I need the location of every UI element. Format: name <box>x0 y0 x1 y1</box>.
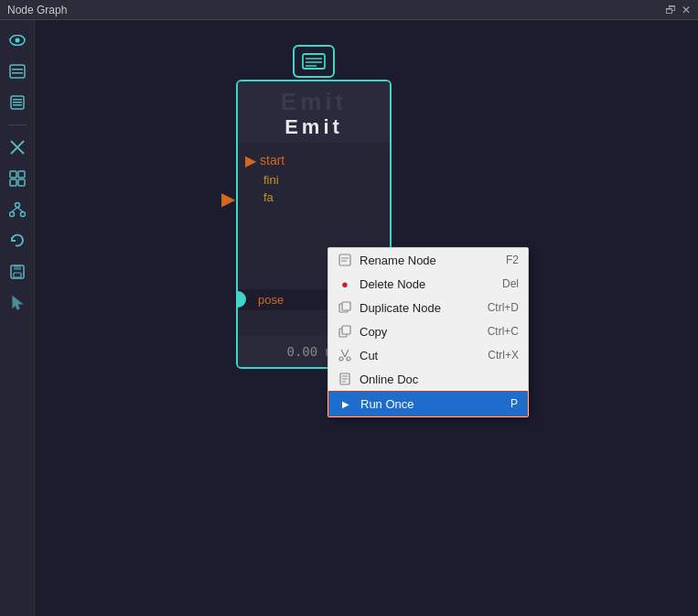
menu-item-copy-left: Copy <box>338 324 387 339</box>
run-label: Run Once <box>360 397 414 411</box>
svg-rect-6 <box>13 99 22 101</box>
svg-point-35 <box>347 357 350 361</box>
copy-label: Copy <box>360 325 387 339</box>
context-menu-cut[interactable]: Cut Ctrl+X <box>328 343 528 367</box>
port-start-row: ▶ start <box>245 152 382 169</box>
menu-item-doc-left: Online Doc <box>338 372 418 386</box>
duplicate-shortcut: Ctrl+D <box>488 301 519 314</box>
doc-label: Online Doc <box>360 373 418 386</box>
rename-label: Rename Node <box>360 254 436 267</box>
sidebar-icon-share[interactable] <box>6 199 28 221</box>
context-menu: Rename Node F2 ● Delete Node Del Duplica… <box>328 247 529 417</box>
duplicate-label: Duplicate Node <box>360 301 441 315</box>
svg-rect-8 <box>13 104 22 106</box>
sidebar-icon-layers[interactable] <box>6 60 28 82</box>
svg-line-37 <box>345 350 349 357</box>
context-menu-run-once[interactable]: ▶ Run Once P <box>328 391 528 416</box>
svg-rect-12 <box>18 171 25 178</box>
port-fa-row: fa <box>245 190 382 204</box>
context-menu-delete[interactable]: ● Delete Node Del <box>328 272 528 296</box>
node-title-section: Emit Emit <box>238 81 390 143</box>
sidebar-icon-eye[interactable] <box>6 29 28 51</box>
svg-point-15 <box>15 203 19 208</box>
svg-rect-4 <box>12 72 23 74</box>
window-controls: 🗗 ✕ <box>665 4 691 16</box>
pose-circle-left <box>236 291 246 308</box>
delete-shortcut: Del <box>502 277 519 290</box>
svg-rect-11 <box>10 171 16 178</box>
sidebar-divider <box>8 124 27 125</box>
delete-label: Delete Node <box>360 277 425 291</box>
duplicate-icon <box>338 300 352 315</box>
connector-arrow: ▶ <box>221 188 235 210</box>
port-start-label: start <box>260 153 285 168</box>
port-fa-label: fa <box>263 190 274 204</box>
svg-line-18 <box>12 208 17 212</box>
menu-item-cut-left: Cut <box>338 348 378 362</box>
svg-point-16 <box>9 212 14 217</box>
context-menu-copy[interactable]: Copy Ctrl+C <box>328 319 528 343</box>
sidebar-icon-cursor[interactable] <box>6 292 28 314</box>
svg-rect-31 <box>342 302 350 310</box>
cut-icon <box>338 348 352 362</box>
svg-rect-33 <box>342 326 350 334</box>
svg-rect-13 <box>10 179 16 186</box>
sidebar <box>0 20 35 616</box>
title-bar: Node Graph 🗗 ✕ <box>0 0 698 20</box>
svg-point-34 <box>339 357 343 361</box>
svg-rect-3 <box>12 69 23 70</box>
restore-button[interactable]: 🗗 <box>665 4 676 16</box>
context-menu-duplicate[interactable]: Duplicate Node Ctrl+D <box>328 296 528 319</box>
copy-shortcut: Ctrl+C <box>488 325 519 338</box>
svg-rect-21 <box>14 265 21 270</box>
close-button[interactable]: ✕ <box>682 4 691 16</box>
menu-item-rename-left: Rename Node <box>338 253 436 267</box>
svg-rect-14 <box>18 179 25 186</box>
port-fini-label: fini <box>263 173 279 187</box>
sidebar-icon-hierarchy[interactable] <box>6 92 28 113</box>
rename-shortcut: F2 <box>506 254 519 266</box>
context-menu-doc[interactable]: Online Doc <box>328 367 528 391</box>
svg-line-19 <box>17 208 23 212</box>
svg-point-17 <box>20 212 25 217</box>
sidebar-icon-refresh[interactable] <box>6 230 28 252</box>
doc-icon <box>338 372 352 386</box>
sidebar-icon-nodes[interactable] <box>6 168 28 189</box>
svg-rect-27 <box>339 254 350 265</box>
menu-item-duplicate-left: Duplicate Node <box>338 300 441 315</box>
sidebar-icon-save[interactable] <box>6 261 28 283</box>
svg-rect-7 <box>13 102 22 103</box>
canvas-area: Emit Emit ▶ start fini fa <box>0 20 698 616</box>
port-fini-row: fini <box>245 173 382 187</box>
svg-point-1 <box>15 38 19 43</box>
window-title: Node Graph <box>7 4 67 16</box>
node-title-top: Emit <box>243 89 384 115</box>
rename-icon <box>338 253 352 267</box>
node-header-icon <box>293 45 335 78</box>
svg-line-36 <box>341 350 345 357</box>
menu-item-run-left: ▶ Run Once <box>338 396 414 411</box>
node-title-bottom: Emit <box>243 115 384 139</box>
svg-rect-2 <box>10 65 25 78</box>
cut-shortcut: Ctrl+X <box>488 349 519 362</box>
run-icon: ▶ <box>338 396 353 411</box>
cut-label: Cut <box>360 349 378 362</box>
context-menu-rename[interactable]: Rename Node F2 <box>328 248 528 272</box>
port-start-arrow: ▶ <box>245 152 256 169</box>
run-shortcut: P <box>510 397 518 410</box>
svg-rect-22 <box>14 273 21 277</box>
menu-item-delete-left: ● Delete Node <box>338 276 425 291</box>
copy-icon <box>338 324 352 339</box>
sidebar-icon-transform[interactable] <box>6 136 28 158</box>
delete-icon: ● <box>338 276 352 291</box>
pose-label-left: pose <box>258 293 284 307</box>
